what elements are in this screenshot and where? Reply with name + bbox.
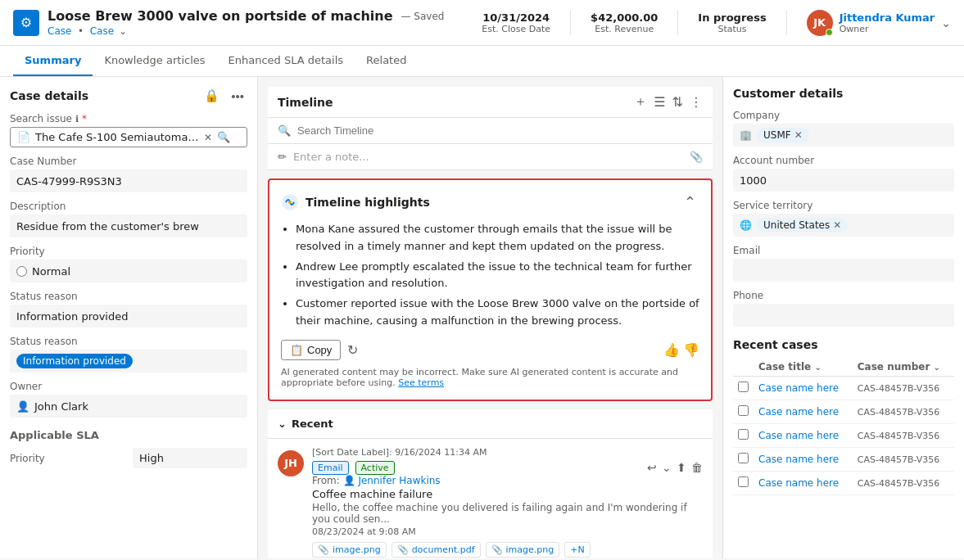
tab-related[interactable]: Related [355,46,418,76]
email-actions: ↩ ⌄ ⬆ 🗑 [647,461,703,474]
copy-button[interactable]: 📋 Copy [281,340,341,360]
case-details-title: Case details [10,89,88,102]
recent-label: Recent [292,418,333,430]
highlights-list: Mona Kane assured the customer through e… [281,221,699,330]
case-name-link[interactable]: Case name here [758,406,839,418]
highlights-collapse-button[interactable]: ⌃ [681,192,699,213]
meta-divider-1 [570,11,571,35]
search-timeline-input[interactable] [297,124,703,137]
priority-value: Normal [10,260,247,282]
lock-icon-button[interactable]: 🔒 [201,87,223,105]
meta-divider-3 [786,11,787,35]
more-options-button[interactable]: ••• [228,87,247,105]
email-type-row: Email Active ↩ ⌄ ⬆ 🗑 [312,461,703,475]
panel-actions: 🔒 ••• [201,87,247,105]
account-number-field: Account number 1000 [733,155,954,192]
owner-name: Jittendra Kumar [840,11,935,24]
priority-radio-input[interactable] [16,266,27,277]
clear-search-icon[interactable]: ✕ [204,132,212,143]
account-number-label: Account number [733,155,954,166]
status-value: In progress [698,11,766,24]
timeline-title: Timeline [278,96,333,109]
case-details-header: Case details 🔒 ••• [10,87,247,105]
owner-chevron-icon[interactable]: ⌄ [941,16,951,29]
status-badge: Information provided [16,354,133,368]
case-name-link[interactable]: Case name here [758,430,839,441]
description-value: Residue from the customer's brew [10,215,247,237]
case-checkbox[interactable] [738,429,749,440]
case-checkbox[interactable] [738,405,749,416]
sla-priority-label: Priority [10,453,45,464]
sender-avatar: JH [278,450,304,476]
tab-knowledge-articles[interactable]: Knowledge articles [93,46,216,76]
search-magnify-icon[interactable]: 🔍 [217,131,230,143]
owner-avatar: JK [807,10,833,36]
territory-remove-icon[interactable]: ✕ [833,219,841,231]
refresh-button[interactable]: ↻ [347,342,358,358]
reply-chevron-button[interactable]: ⌄ [662,461,672,474]
search-issue-input[interactable]: 📄 The Cafe S-100 Semiautomatic has air b… [10,127,247,147]
close-date-meta: 10/31/2024 Est. Close Date [482,11,550,34]
case-name-link[interactable]: Case name here [758,477,839,489]
sla-section: Applicable SLA Priority High [10,429,247,468]
owner-section[interactable]: JK Jittendra Kumar Owner ⌄ [807,10,951,36]
cases-checkbox-col [733,358,754,377]
case-checkbox[interactable] [738,382,749,392]
note-placeholder-text: Enter a note... [293,151,369,163]
thumbs-down-button[interactable]: 👎 [683,342,699,358]
recent-section: ⌄ Recent JH [Sort Date Label]: 9/16/2024… [268,409,713,558]
company-remove-icon[interactable]: ✕ [794,129,803,141]
recent-header[interactable]: ⌄ Recent [268,409,713,439]
required-star: * [82,113,87,124]
breadcrumb: Case • Case ⌄ [48,25,444,37]
email-field: Email [733,245,954,282]
attachment-2[interactable]: 📎 document.pdf [391,542,481,558]
company-field: Company 🏢 USMF ✕ [733,110,954,147]
breadcrumb-case2[interactable]: Case [90,25,114,37]
case-number-cell: CAS-48457B-V356 [858,431,940,441]
attachment-more[interactable]: +N [564,542,590,558]
tab-enhanced-sla[interactable]: Enhanced SLA details [217,46,355,76]
case-name-link[interactable]: Case name here [758,454,839,465]
status-reason-badge-label: Status reason [10,336,247,347]
email-subject: Coffee machine failure [312,488,703,500]
case-icon: ⚙ [13,10,39,36]
breadcrumb-chevron[interactable]: ⌄ [119,25,127,37]
case-number-value: CAS-47999-R9S3N3 [10,169,247,192]
case-name-link[interactable]: Case name here [758,382,839,394]
case-checkbox[interactable] [738,453,749,463]
more-icon[interactable]: ⋮ [690,94,703,110]
table-row: Case name here CAS-48457B-V356 [733,400,954,424]
owner-info: Jittendra Kumar Owner [840,11,935,34]
owner-field-value: 👤 John Clark [10,395,247,418]
delete-icon-button[interactable]: 🗑 [691,461,703,474]
recent-chevron-icon: ⌄ [278,418,287,430]
thumbs-up-button[interactable]: 👍 [663,342,680,358]
priority-radio-normal[interactable]: Normal [16,265,70,278]
email-active-badge: Active [355,461,395,475]
case-number-label: Case Number [10,156,247,167]
share-icon-button[interactable]: ⬆ [677,461,686,474]
breadcrumb-case1[interactable]: Case [48,25,71,37]
sender-name: Jennifer Hawkins [358,475,440,486]
attachment-3[interactable]: 📎 image.png [486,542,560,558]
case-number-sort-icon[interactable]: ⌄ [934,363,940,372]
attachment-icon[interactable]: 📎 [690,151,703,163]
header-meta: 10/31/2024 Est. Close Date $42,000.00 Es… [482,10,951,36]
top-header: ⚙ Loose Brew 3000 valve on portside of m… [0,0,964,46]
add-icon[interactable]: ＋ [634,93,647,111]
case-checkbox[interactable] [738,476,749,487]
note-bar[interactable]: ✏️ Enter a note... 📎 [268,144,713,170]
see-terms-link[interactable]: See terms [398,377,444,388]
filter-icon[interactable]: ☰ [654,94,665,110]
reply-icon-button[interactable]: ↩ [647,461,657,474]
attachment-1[interactable]: 📎 image.png [312,542,387,558]
case-title-sort-icon[interactable]: ⌄ [814,363,821,372]
revenue-label: Est. Revenue [591,24,658,34]
timeline-highlights-box: Timeline highlights ⌃ Mona Kane assured … [268,178,713,401]
info-icon: ℹ [75,114,79,124]
footer-left-actions: 📋 Copy ↻ [281,340,358,360]
sort-icon[interactable]: ⇅ [672,94,683,110]
tab-summary[interactable]: Summary [13,46,93,76]
table-row: Case name here CAS-48457B-V356 [733,377,954,400]
